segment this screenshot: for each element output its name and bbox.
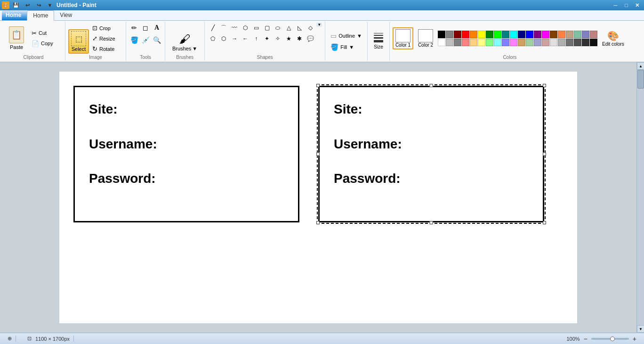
- zoom-slider[interactable]: [591, 338, 629, 340]
- crop-button[interactable]: ⊡ Crop: [90, 23, 123, 33]
- zoom-minus-button[interactable]: −: [584, 335, 588, 343]
- magnifier-tool[interactable]: 🔍: [152, 35, 162, 45]
- scroll-up-button[interactable]: ▲: [637, 62, 644, 70]
- close-button[interactable]: ✕: [632, 1, 642, 9]
- color-silver[interactable]: [550, 39, 557, 46]
- zoom-thumb[interactable]: [610, 336, 615, 341]
- edit-colors-button[interactable]: 🎨 Edit colors: [599, 29, 627, 48]
- tab-home-active[interactable]: Home: [27, 10, 54, 21]
- color-rose[interactable]: [590, 31, 597, 38]
- shape-triangle[interactable]: △: [283, 23, 294, 33]
- shapes-expand-button[interactable]: ▼: [316, 23, 322, 27]
- shape-freeform[interactable]: 〰: [229, 23, 240, 33]
- shape-line[interactable]: ╱: [208, 23, 218, 33]
- shape-polygon[interactable]: ⬡: [240, 23, 250, 33]
- shape-star4[interactable]: ✧: [273, 33, 283, 44]
- color-dark-gray[interactable]: [446, 31, 453, 38]
- brushes-button[interactable]: 🖌 Brushes ▼: [168, 30, 201, 54]
- color-light-orange[interactable]: [558, 31, 565, 38]
- color-navy[interactable]: [518, 31, 525, 38]
- shape-pentagon[interactable]: ⬠: [208, 33, 218, 44]
- tab-view[interactable]: View: [54, 10, 78, 20]
- color-steel-blue[interactable]: [534, 39, 541, 46]
- color-gray[interactable]: [454, 39, 461, 46]
- color-gold[interactable]: [518, 39, 525, 46]
- pencil-tool[interactable]: ✏: [129, 23, 139, 33]
- color-light-cyan[interactable]: [494, 39, 501, 46]
- color-purple[interactable]: [534, 31, 541, 38]
- color-light-red[interactable]: [462, 39, 469, 46]
- scroll-down-button[interactable]: ▼: [637, 325, 644, 333]
- color-black[interactable]: [438, 31, 445, 38]
- eyedropper-tool[interactable]: 💉: [140, 35, 151, 45]
- color-near-black[interactable]: [574, 39, 581, 46]
- rotate-button[interactable]: ↻ Rotate: [90, 44, 123, 54]
- color-red[interactable]: [462, 31, 469, 38]
- shape-star6[interactable]: ✱: [294, 33, 305, 44]
- shape-rounded-rect[interactable]: ▢: [262, 23, 272, 33]
- color-light-magenta[interactable]: [510, 39, 517, 46]
- color-light-gray[interactable]: [446, 39, 453, 46]
- color-very-dark[interactable]: [582, 39, 589, 46]
- shape-curve[interactable]: ⌒: [218, 23, 229, 33]
- color-white[interactable]: [438, 39, 445, 46]
- color-light-yellow[interactable]: [478, 39, 485, 46]
- cut-button[interactable]: ✂ Cut: [29, 28, 62, 38]
- copy-button[interactable]: 📄 Copy: [29, 39, 62, 49]
- shape-rect[interactable]: ▭: [251, 23, 261, 33]
- shape-hexagon[interactable]: ⬡: [218, 33, 229, 44]
- shape-right-arrow[interactable]: →: [229, 33, 240, 44]
- color-magenta[interactable]: [542, 31, 549, 38]
- scroll-thumb[interactable]: [637, 70, 644, 89]
- color-dusty-rose[interactable]: [542, 39, 549, 46]
- color-cyan[interactable]: [510, 31, 517, 38]
- shape-callout[interactable]: 💬: [305, 33, 315, 44]
- shape-up-arrow[interactable]: ↑: [251, 33, 261, 44]
- select-button[interactable]: ⬚ Select: [68, 29, 89, 54]
- color-sage[interactable]: [526, 39, 533, 46]
- vertical-scrollbar[interactable]: ▲ ▼: [636, 62, 644, 333]
- color-yellow[interactable]: [478, 31, 485, 38]
- tab-home[interactable]: Home: [2, 10, 27, 20]
- color-dark-green[interactable]: [486, 31, 493, 38]
- fill-tool[interactable]: 🪣: [129, 35, 139, 45]
- save-button[interactable]: 💾: [11, 1, 21, 9]
- color-teal[interactable]: [502, 31, 509, 38]
- color2-button[interactable]: Color 2: [415, 28, 436, 49]
- color-light-yellow-orange[interactable]: [470, 39, 477, 46]
- color-light-blue[interactable]: [502, 39, 509, 46]
- canvas-area[interactable]: Site: Username: Password: Site: Username…: [0, 62, 636, 333]
- dropdown-arrow[interactable]: ▼: [45, 1, 55, 9]
- redo-button[interactable]: ↪: [34, 1, 43, 9]
- color-charcoal[interactable]: [566, 39, 573, 46]
- color-periwinkle[interactable]: [582, 31, 589, 38]
- zoom-plus-button[interactable]: +: [633, 335, 636, 343]
- text-tool[interactable]: A: [152, 23, 162, 33]
- color-orange[interactable]: [470, 31, 477, 38]
- color-almost-black[interactable]: [590, 39, 597, 46]
- color1-button[interactable]: Color 1: [393, 27, 413, 49]
- color-brown[interactable]: [550, 31, 557, 38]
- color-light-teal[interactable]: [574, 31, 581, 38]
- outline-button[interactable]: ▭ Outline ▼: [328, 31, 364, 41]
- color-medium-gray[interactable]: [558, 39, 565, 46]
- color-light-green[interactable]: [486, 39, 493, 46]
- size-button[interactable]: Size: [370, 31, 386, 52]
- fill-button[interactable]: 🪣 Fill ▼: [328, 42, 356, 52]
- scroll-track[interactable]: [637, 70, 644, 325]
- maximize-button[interactable]: □: [621, 1, 631, 9]
- paste-button[interactable]: 📋 Paste: [5, 24, 28, 52]
- resize-button[interactable]: ⤢ Resize: [90, 33, 123, 43]
- undo-button[interactable]: ↩: [23, 1, 32, 9]
- shape-star5[interactable]: ★: [283, 33, 294, 44]
- shape-left-arrow[interactable]: ←: [240, 33, 250, 44]
- shape-ellipse[interactable]: ⬭: [273, 23, 283, 33]
- color-green[interactable]: [494, 31, 501, 38]
- shape-four-arrow[interactable]: ✦: [262, 33, 272, 44]
- color-tan[interactable]: [566, 31, 573, 38]
- eraser-tool[interactable]: ◻: [140, 23, 151, 33]
- color-blue[interactable]: [526, 31, 533, 38]
- shape-right-triangle[interactable]: ◺: [294, 23, 305, 33]
- shape-diamond[interactable]: ◇: [305, 23, 315, 33]
- minimize-button[interactable]: ─: [611, 1, 620, 9]
